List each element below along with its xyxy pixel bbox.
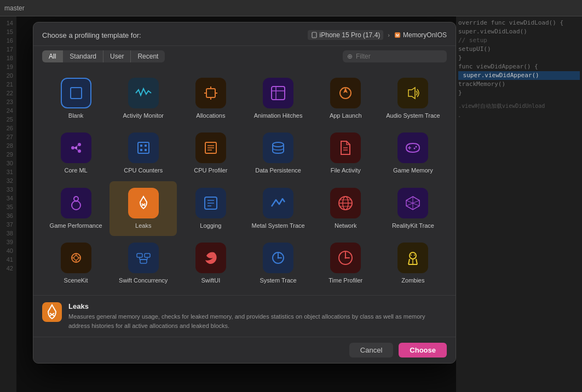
system-trace-icon-wrap [263,243,293,273]
template-game-memory[interactable]: Game Memory [379,126,447,181]
blank-icon [61,78,91,108]
template-system-trace[interactable]: System Trace [244,236,312,291]
choose-button[interactable]: Choose [399,343,447,358]
template-activity-monitor[interactable]: Activity Monitor [110,71,177,126]
core-ml-icon-wrap [61,132,91,163]
template-data-persistence[interactable]: Data Persistence [244,126,312,181]
template-animation-hitches[interactable]: Animation Hitches [244,71,312,126]
template-swift-concurrency[interactable]: Swift Concurrency [110,236,177,291]
svg-rect-5 [206,89,215,97]
overlay: Choose a profiling template for: iPhone … [16,16,456,392]
info-desc: Measures general memory usage, checks fo… [68,312,447,330]
filter-input[interactable] [356,53,442,60]
template-zombies[interactable]: Zombies [379,236,447,291]
filter-input-wrap[interactable]: ⊕ [343,50,447,62]
tab-standard[interactable]: Standard [63,50,103,62]
line-number: 35 [0,203,13,211]
file-activity-icon-wrap [330,132,361,163]
blank-label: Blank [68,112,84,119]
core-ml-label: Core ML [64,166,87,174]
template-logging[interactable]: Logging [177,181,244,236]
line-number: 25 [0,115,13,124]
app-launch-label: App Launch [330,112,362,119]
svg-point-68 [410,252,416,259]
template-metal-system-trace[interactable]: Metal System Trace [244,181,312,236]
network-icon-wrap [330,188,361,218]
template-scenekit[interactable]: SceneKit [42,236,110,291]
leaks-icon [128,188,159,218]
template-allocations[interactable]: Allocations [177,71,244,126]
leaks-label: Leaks [135,222,151,229]
template-blank[interactable]: Blank [42,71,110,126]
template-swiftui[interactable]: SwiftUI [177,236,244,291]
scenekit-icon [61,243,91,273]
phone-icon [311,32,318,38]
cpu-profiler-icon [195,132,226,163]
system-trace-icon [263,243,293,273]
logging-icon [195,188,226,218]
activity-monitor-icon [128,78,159,108]
svg-point-17 [78,149,81,153]
line-number: 30 [0,159,13,168]
allocations-icon-wrap [195,78,226,108]
template-cpu-profiler[interactable]: CPU Profiler [177,126,244,181]
template-app-launch[interactable]: App Launch [312,71,379,126]
cpu-counters-label: CPU Counters [124,166,163,174]
template-core-ml[interactable]: Core ML [42,126,110,181]
svg-rect-10 [272,87,285,100]
svg-point-38 [74,197,78,201]
tab-user[interactable]: User [103,50,131,62]
svg-marker-14 [408,88,415,99]
template-leaks[interactable]: Leaks [110,181,177,236]
game-memory-icon [397,132,428,163]
svg-point-35 [416,146,417,148]
audio-system-trace-icon [397,78,428,108]
tab-recent[interactable]: Recent [131,50,165,62]
template-audio-system-trace[interactable]: Audio System Trace [379,71,447,126]
template-realitykit-trace[interactable]: RealityKit Trace [379,181,447,236]
tab-all[interactable]: All [42,50,63,62]
template-time-profiler[interactable]: Time Profiler [312,236,379,291]
swift-concurrency-label: Swift Concurrency [119,276,168,284]
realitykit-trace-label: RealityKit Trace [392,222,434,229]
svg-rect-59 [140,260,147,263]
time-profiler-label: Time Profiler [329,276,362,284]
time-profiler-icon-wrap [330,243,361,273]
cancel-button[interactable]: Cancel [349,343,393,358]
line-numbers: 1415161718192021222324252627282930313233… [0,16,16,392]
network-label: Network [335,222,356,229]
template-cpu-counters[interactable]: CPU Counters [110,126,177,181]
tab-group: All Standard User Recent [42,50,165,62]
template-network[interactable]: Network [312,181,379,236]
realitykit-trace-icon-wrap [397,188,428,218]
svg-rect-4 [71,88,82,99]
metal-system-trace-icon-wrap [263,188,293,218]
allocations-label: Allocations [196,112,225,119]
line-number: 38 [0,229,13,238]
leaks-icon-wrap [128,188,159,218]
right-panel: override func viewDidLoad() { super.view… [456,16,582,392]
template-game-performance[interactable]: Game Performance [42,181,110,236]
filter-bar: All Standard User Recent ⊕ [33,46,456,67]
device-chip[interactable]: iPhone 15 Pro (17.4) [308,30,384,40]
line-number: 36 [0,211,13,220]
templates-grid: Blank Activity Monitor [33,67,456,295]
line-number: 29 [0,150,13,159]
svg-rect-58 [145,253,150,257]
line-number: 18 [0,54,13,62]
logging-icon-wrap [195,188,226,218]
top-bar: master [0,0,582,16]
line-number: 37 [0,220,13,229]
time-profiler-icon [330,243,361,273]
file-activity-label: File Activity [331,166,361,174]
cpu-counters-icon-wrap [128,132,159,163]
line-number: 21 [0,80,13,89]
animation-hitches-label: Animation Hitches [254,112,303,119]
data-persistence-icon-wrap [263,132,293,163]
template-file-activity[interactable]: File Activity [312,126,379,181]
line-number: 31 [0,168,13,176]
swiftui-icon [195,243,226,273]
line-number: 17 [0,45,13,54]
app-launch-icon [330,78,361,108]
line-number: 14 [0,19,13,27]
